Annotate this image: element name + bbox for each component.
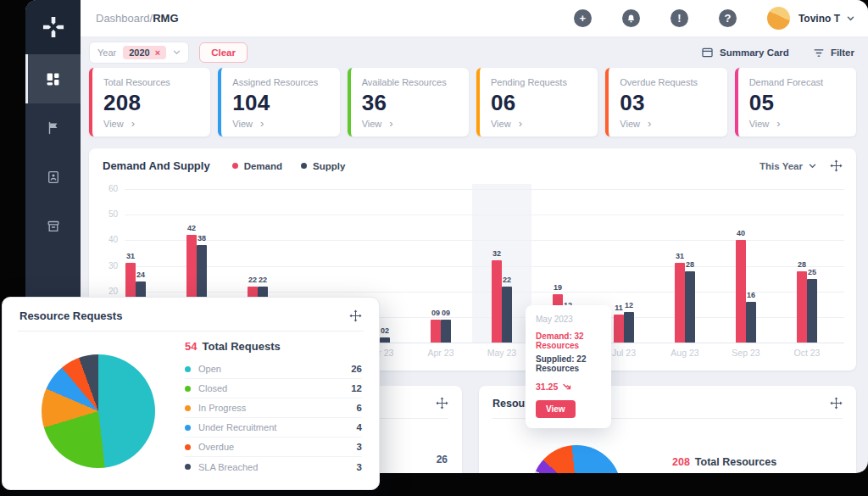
bar-demand-may-23[interactable] [492,260,502,343]
legend-dot-icon [185,444,191,450]
help-button[interactable]: ? [719,9,737,27]
bar-supply-may-23[interactable] [502,287,512,343]
view-link-label: View [620,119,640,129]
bar-supply-oct-23[interactable] [807,279,817,343]
view-link[interactable]: View› [491,118,587,129]
user-menu-chevron-down-icon[interactable] [847,16,854,21]
legend-dot-icon [185,464,191,470]
tooltip-supplied: Supplied: 22 Resources [536,354,601,373]
resource-requests-header: Resource Requests [3,298,379,331]
bar-supply-sep-23[interactable] [746,302,756,343]
view-link[interactable]: View› [749,118,845,129]
stat-label: Pending Requests [491,77,587,87]
bar-demand-oct-23[interactable] [797,271,807,343]
stat-value: 06 [491,90,587,116]
y-tick-40: 40 [96,235,118,244]
sidebar-item-dashboard[interactable] [25,54,81,103]
filter-bar: Year 2020 × Clear Summary Card [81,37,868,68]
drag-handle-icon[interactable] [830,159,843,172]
bar-demand-aug-23[interactable] [675,263,685,343]
app-logo[interactable] [25,0,81,54]
flag-icon [47,121,60,135]
legend-row-label: Closed [198,383,351,393]
resource-requests-pie-chart[interactable] [42,354,155,468]
view-link[interactable]: View› [362,118,458,129]
bar-value-label: 09 [436,309,456,317]
summary-card-button[interactable]: Summary Card [701,47,789,59]
user-name[interactable]: Tovino T [798,13,840,25]
bar-supply-apr-23[interactable] [441,320,451,343]
view-link[interactable]: View› [232,118,328,129]
stat-value: 03 [620,90,715,116]
view-link[interactable]: View› [103,118,199,129]
legend-rows: Open26Closed12In Progress6Under Recruitm… [185,359,362,476]
bar-supply-aug-23[interactable] [685,271,695,343]
demand-dot-icon [232,163,238,169]
stat-label: Overdue Requests [620,77,715,87]
bar-supply-jul-23[interactable] [624,312,634,343]
legend-row-open: Open26 [185,359,362,379]
sidebar-item-inventory[interactable] [25,202,81,251]
drag-handle-icon[interactable] [436,397,448,410]
bar-value-label: 24 [131,270,151,279]
tooltip-change-value: 31.25 [536,382,558,392]
resources-pie-chart[interactable] [531,445,621,473]
legend-supply-label: Supply [313,161,345,171]
legend-row-value: 6 [357,403,362,413]
bar-demand-jul-23[interactable] [614,315,624,343]
bar-value-label: 38 [192,234,212,242]
add-button[interactable]: + [574,9,592,27]
range-select[interactable]: This Year [760,161,816,171]
legend-row-under-recruitment: Under Recruitment4 [185,418,362,437]
y-tick-60: 60 [96,184,118,193]
x-tick-apr-23: Apr 23 [415,348,466,358]
legend-row-label: Open [198,364,351,374]
total-requests-value: 54 [185,340,197,353]
legend-dot-icon [185,425,191,431]
drag-handle-icon[interactable] [830,397,843,410]
legend-row-value: 3 [357,462,362,472]
tooltip-month: May 2023 [536,315,601,324]
bar-value-label: 31 [120,252,141,260]
bar-demand-apr-23[interactable] [431,320,441,343]
tooltip-view-button[interactable]: View [536,400,576,418]
stat-card-available-resources: Available Resources36View› [348,68,469,137]
drag-handle-icon[interactable] [349,309,362,322]
breadcrumb-current: RMG [153,12,178,25]
resource-requests-card: Resource Requests 54Total Requests Open2… [2,297,380,490]
notifications-button[interactable] [622,9,640,27]
bar-value-label: 28 [680,260,700,269]
breadcrumb: Dashboard/RMG [96,12,179,25]
user-avatar[interactable] [767,7,790,30]
view-link-label: View [232,119,253,129]
view-link-label: View [491,119,511,129]
stat-value: 104 [232,90,328,116]
chevron-right-icon: › [648,118,651,129]
stat-label: Demand Forecast [749,77,845,87]
bar-supply-mar-23[interactable] [380,337,390,343]
filter-button[interactable]: Filter [813,47,854,59]
legend-item-supply[interactable]: Supply [301,161,345,171]
gridline-60 [125,189,844,190]
alerts-button[interactable]: ! [670,9,688,27]
bar-value-label: 32 [487,249,507,258]
sidebar-item-flag[interactable] [25,103,81,153]
year-filter-dropdown[interactable]: Year 2020 × [89,42,189,64]
bar-value-label: 16 [741,291,761,299]
resource-requests-total: 54Total Requests [185,340,362,353]
contact-book-icon [47,170,60,184]
stat-label: Assigned Resources [232,77,328,87]
remove-year-chip-icon[interactable]: × [155,47,160,58]
legend-row-in-progress: In Progress6 [185,398,362,418]
legend-item-demand[interactable]: Demand [232,161,282,171]
resources-total: 208Total Resources [672,456,776,468]
view-link-label: View [103,119,124,129]
sidebar-item-contacts[interactable] [25,153,81,202]
design-canvas: { "header": { "breadcrumb_prefix": "Dash… [0,0,868,496]
year-filter-chip[interactable]: 2020 × [123,46,166,59]
stat-label: Total Resources [103,77,199,87]
view-link[interactable]: View› [620,118,715,129]
year-chevron-down-icon[interactable] [173,50,181,55]
x-tick-may-23: May 23 [476,348,527,358]
clear-filters-button[interactable]: Clear [199,42,248,63]
